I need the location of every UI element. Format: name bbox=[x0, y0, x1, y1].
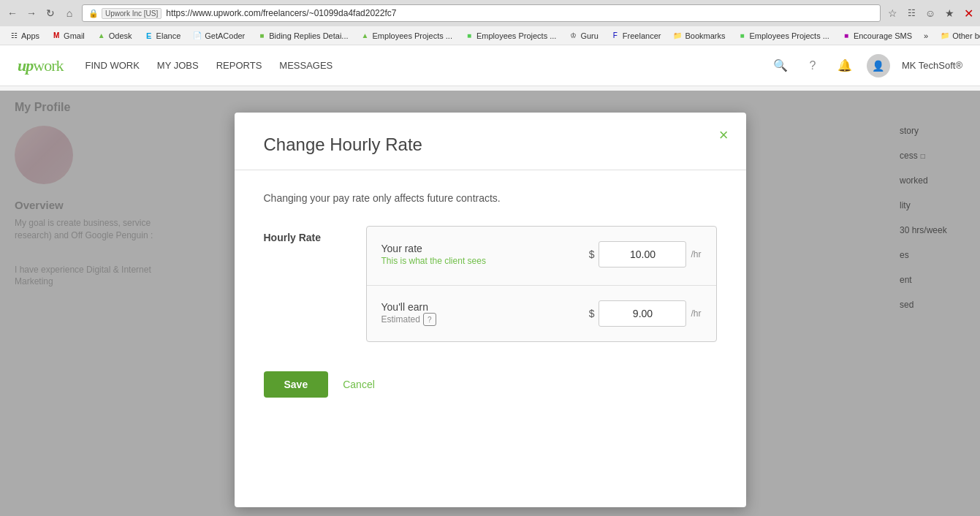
help-icon[interactable]: ? bbox=[802, 56, 823, 76]
bookmark-odesk-label: Odesk bbox=[109, 31, 132, 40]
bookmark-employees3-label: Employees Projects ... bbox=[749, 31, 829, 40]
bookmarks-bar: ☷ Apps M Gmail ▲ Odesk E Elance 📄 GetACo… bbox=[0, 26, 980, 45]
youll-earn-info: You'll earn Estimated ? bbox=[381, 301, 436, 326]
save-button[interactable]: Save bbox=[264, 371, 329, 398]
bookmark-encourage[interactable]: ■ Encourage SMS bbox=[837, 29, 916, 42]
bookmark-other[interactable]: 📁 Other bookmarks bbox=[935, 29, 980, 42]
bookmark-employees2[interactable]: ■ Employees Projects ... bbox=[460, 29, 561, 42]
bookmark-employees3[interactable]: ■ Employees Projects ... bbox=[732, 29, 833, 42]
user-name-header: MK TechSoft® bbox=[902, 60, 962, 71]
freelancer-icon: F bbox=[610, 31, 620, 41]
bookmark-freelancer-label: Freelancer bbox=[623, 31, 661, 40]
your-rate-input[interactable] bbox=[599, 241, 686, 268]
notifications-icon[interactable]: 🔔 bbox=[835, 56, 855, 76]
apps-icon: ☷ bbox=[9, 31, 19, 41]
bookmark-guru[interactable]: ♔ Guru bbox=[563, 29, 602, 42]
bookmark-bookmarks-label: Bookmarks bbox=[685, 31, 725, 40]
bookmark-biding-label: Biding Replies Detai... bbox=[269, 31, 348, 40]
bookmark-bookmarks[interactable]: 📁 Bookmarks bbox=[668, 29, 729, 42]
help-badge[interactable]: ? bbox=[423, 313, 436, 326]
youll-earn-currency: $ bbox=[589, 308, 595, 319]
rate-card: Your rate This is what the client sees $… bbox=[366, 226, 717, 342]
bookmark-getacoder[interactable]: 📄 GetACoder bbox=[188, 29, 249, 42]
your-rate-sublabel: This is what the client sees bbox=[381, 256, 486, 266]
bookmark-gmail-label: Gmail bbox=[64, 31, 85, 40]
header-right: 🔍 ? 🔔 👤 MK TechSoft® bbox=[770, 54, 962, 77]
your-rate-input-wrapper: $ /hr bbox=[589, 241, 702, 268]
your-rate-info: Your rate This is what the client sees bbox=[381, 243, 486, 266]
guru-icon: ♔ bbox=[568, 31, 578, 41]
puzzle-button[interactable]: ★ bbox=[942, 6, 957, 20]
more-label: » bbox=[924, 31, 928, 40]
your-rate-label: Your rate bbox=[381, 243, 486, 254]
bookmark-apps[interactable]: ☷ Apps bbox=[4, 29, 44, 42]
refresh-button[interactable]: ↻ bbox=[42, 5, 58, 21]
modal-divider bbox=[235, 170, 746, 170]
bookmark-apps-label: Apps bbox=[21, 31, 39, 40]
other-icon: 📁 bbox=[940, 31, 950, 41]
form-row: Hourly Rate Your rate This is what the c… bbox=[264, 226, 717, 342]
site-badge: Upwork Inc [US] bbox=[102, 8, 162, 19]
your-rate-unit: /hr bbox=[691, 249, 701, 259]
nav-messages[interactable]: MESSAGES bbox=[279, 57, 333, 74]
star-button[interactable]: ☆ bbox=[885, 6, 900, 20]
your-rate-currency: $ bbox=[589, 248, 595, 260]
nav-find-work[interactable]: FIND WORK bbox=[85, 57, 139, 74]
encourage-icon: ■ bbox=[841, 31, 851, 41]
address-bar[interactable]: 🔒 Upwork Inc [US] https://www.upwork.com… bbox=[82, 4, 881, 22]
search-icon[interactable]: 🔍 bbox=[770, 56, 791, 76]
youll-earn-sublabel-row: Estimated ? bbox=[381, 313, 436, 326]
user-avatar[interactable]: 👤 bbox=[867, 54, 890, 77]
biding-icon: ■ bbox=[257, 31, 267, 41]
bookmark-guru-label: Guru bbox=[580, 31, 598, 40]
bookmark-more[interactable]: » bbox=[919, 30, 932, 42]
youll-earn-input-wrapper: $ /hr bbox=[589, 300, 702, 327]
back-button[interactable]: ← bbox=[4, 5, 20, 21]
bookmark-odesk[interactable]: ▲ Odesk bbox=[92, 29, 137, 42]
youll-earn-row: You'll earn Estimated ? $ /hr bbox=[381, 300, 702, 327]
page-background: upwork FIND WORK MY JOBS REPORTS MESSAGE… bbox=[0, 45, 980, 516]
bookmark-biding[interactable]: ■ Biding Replies Detai... bbox=[252, 29, 352, 42]
url-text: https://www.upwork.com/freelancers/~0109… bbox=[166, 8, 396, 18]
modal-close-button[interactable]: × bbox=[719, 127, 729, 143]
getacoder-icon: 📄 bbox=[192, 31, 202, 41]
employees1-icon: ▲ bbox=[360, 31, 371, 41]
youll-earn-sublabel: Estimated bbox=[381, 314, 420, 325]
youll-earn-input[interactable] bbox=[599, 300, 686, 327]
nav-my-jobs[interactable]: MY JOBS bbox=[157, 57, 199, 74]
info-text: Changing your pay rate only affects futu… bbox=[264, 192, 717, 204]
nav-buttons: ← → ↻ ⌂ bbox=[4, 5, 77, 21]
close-tab-button[interactable]: ✕ bbox=[961, 6, 976, 20]
bookmark-other-label: Other bookmarks bbox=[952, 31, 980, 40]
employees3-icon: ■ bbox=[737, 31, 747, 41]
profile-button[interactable]: ☺ bbox=[923, 6, 938, 20]
bookmark-elance[interactable]: E Elance bbox=[140, 29, 186, 42]
upwork-header: upwork FIND WORK MY JOBS REPORTS MESSAGE… bbox=[0, 45, 980, 86]
odesk-icon: ▲ bbox=[96, 31, 107, 41]
bookmark-freelancer[interactable]: F Freelancer bbox=[606, 29, 666, 42]
modal-footer: Save Cancel bbox=[264, 371, 717, 398]
nav-links: FIND WORK MY JOBS REPORTS MESSAGES bbox=[85, 57, 333, 74]
bookmark-getacoder-label: GetACoder bbox=[205, 31, 245, 40]
modal-title: Change Hourly Rate bbox=[264, 134, 717, 155]
bookmark-elance-label: Elance bbox=[156, 31, 181, 40]
modal-overlay: Change Hourly Rate × Changing your pay r… bbox=[0, 91, 980, 516]
forward-button[interactable]: → bbox=[23, 5, 39, 21]
employees2-icon: ■ bbox=[464, 31, 474, 41]
home-button[interactable]: ⌂ bbox=[61, 5, 77, 21]
bookmark-gmail[interactable]: M Gmail bbox=[47, 29, 89, 42]
bookmark-employees1[interactable]: ▲ Employees Projects ... bbox=[356, 29, 457, 42]
cancel-button[interactable]: Cancel bbox=[343, 379, 375, 390]
bookmark-encourage-label: Encourage SMS bbox=[854, 31, 912, 40]
browser-toolbar: ← → ↻ ⌂ 🔒 Upwork Inc [US] https://www.up… bbox=[0, 0, 980, 26]
extensions-button[interactable]: ☷ bbox=[904, 6, 919, 20]
your-rate-row: Your rate This is what the client sees $… bbox=[381, 241, 702, 268]
upwork-logo: upwork bbox=[18, 56, 63, 75]
youll-earn-label: You'll earn bbox=[381, 301, 436, 313]
nav-reports[interactable]: REPORTS bbox=[216, 57, 262, 74]
bookmark-employees2-label: Employees Projects ... bbox=[476, 31, 556, 40]
youll-earn-unit: /hr bbox=[691, 308, 701, 319]
change-hourly-rate-modal: Change Hourly Rate × Changing your pay r… bbox=[235, 113, 746, 507]
card-divider bbox=[367, 285, 716, 286]
browser-actions: ☆ ☷ ☺ ★ ✕ bbox=[885, 6, 976, 20]
